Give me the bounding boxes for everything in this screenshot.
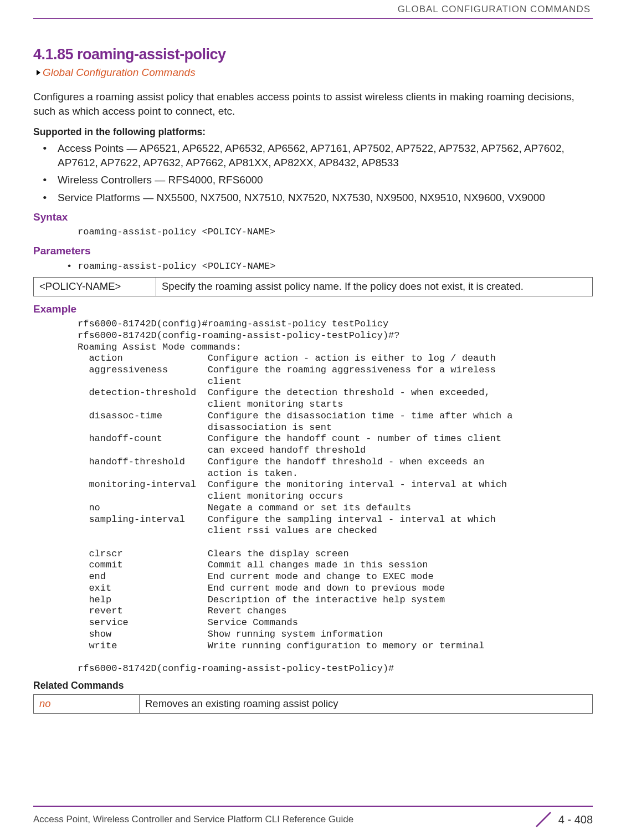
parameters-heading: Parameters: [33, 244, 593, 258]
related-desc-cell: Removes an existing roaming assist polic…: [140, 695, 593, 714]
syntax-heading: Syntax: [33, 210, 593, 224]
page-number: 4 - 408: [558, 812, 593, 827]
related-commands-table: no Removes an existing roaming assist po…: [33, 694, 593, 714]
footer-guide-title: Access Point, Wireless Controller and Se…: [33, 813, 353, 826]
related-heading: Related Commands: [33, 679, 593, 693]
section-title: 4.1.85 roaming-assist-policy: [33, 44, 593, 64]
example-heading: Example: [33, 302, 593, 316]
page-slash-icon: [533, 810, 554, 829]
list-item: Service Platforms — NX5500, NX7500, NX75…: [55, 191, 593, 205]
svg-line-0: [536, 812, 551, 827]
syntax-code: roaming-assist-policy <POLICY-NAME>: [78, 227, 593, 238]
supported-heading: Supported in the following platforms:: [33, 126, 593, 139]
breadcrumb-arrow-icon: [37, 70, 40, 75]
table-row: no Removes an existing roaming assist po…: [34, 695, 593, 714]
breadcrumb[interactable]: Global Configuration Commands: [37, 65, 593, 80]
page-header: GLOBAL CONFIGURATION COMMANDS: [33, 0, 593, 16]
header-rule: [33, 18, 593, 19]
list-item: Wireless Controllers — RFS4000, RFS6000: [55, 173, 593, 187]
page-footer: Access Point, Wireless Controller and Se…: [33, 806, 593, 829]
param-desc-cell: Specify the roaming assist policy name. …: [156, 278, 593, 296]
example-code-block: rfs6000-81742D(config)#roaming-assist-po…: [78, 319, 593, 675]
footer-rule: [33, 806, 593, 807]
parameters-table: <POLICY-NAME> Specify the roaming assist…: [33, 277, 593, 296]
table-row: <POLICY-NAME> Specify the roaming assist…: [34, 278, 593, 296]
list-item: Access Points — AP6521, AP6522, AP6532, …: [55, 141, 593, 170]
page-number-block: 4 - 408: [533, 810, 593, 829]
related-key-cell[interactable]: no: [34, 695, 140, 714]
platform-list: Access Points — AP6521, AP6522, AP6532, …: [55, 141, 593, 205]
breadcrumb-text: Global Configuration Commands: [43, 66, 196, 78]
intro-paragraph: Configures a roaming assist policy that …: [33, 90, 593, 118]
param-key-cell: <POLICY-NAME>: [34, 278, 156, 296]
parameters-bullet: • roaming-assist-policy <POLICY-NAME>: [66, 260, 593, 273]
